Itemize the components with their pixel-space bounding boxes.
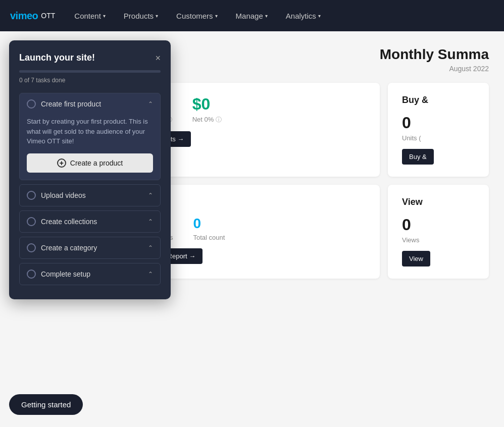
- create-product-button[interactable]: + Create a product: [27, 153, 153, 173]
- views-value: 0: [402, 216, 475, 234]
- nav-content[interactable]: Content ▾: [65, 0, 115, 31]
- task-header-create-category[interactable]: Create a category ⌃: [20, 237, 160, 258]
- chevron-down-icon: ▾: [215, 13, 218, 19]
- units-value: 0: [402, 114, 475, 132]
- progress-label: 0 of 7 tasks done: [19, 77, 161, 84]
- launch-header: Launch your site! ×: [19, 52, 161, 63]
- task-item-create-collections: Create collections ⌃: [19, 210, 161, 233]
- net-label: Net 0% ⓘ: [192, 116, 222, 124]
- summary-date: August 2022: [121, 65, 489, 73]
- task-header-upload-videos[interactable]: Upload videos ⌃: [20, 185, 160, 206]
- chevron-up-icon: ⌃: [148, 218, 153, 225]
- getting-started-button[interactable]: Getting started: [9, 394, 83, 415]
- views-label: Views: [402, 236, 475, 244]
- task-circle-create-category: [27, 243, 36, 252]
- progress-bar-bg: [19, 70, 161, 73]
- task-item-create-product: Create first product ⌃ Start by creating…: [19, 93, 161, 180]
- task-label-complete-setup: Complete setup: [41, 270, 90, 278]
- chevron-down-icon: ▾: [318, 13, 321, 19]
- task-item-upload-videos: Upload videos ⌃: [19, 184, 161, 206]
- close-button[interactable]: ×: [155, 54, 161, 63]
- main-area: Monthly Summa August 2022 $0 Expenses ⓘ …: [0, 31, 504, 427]
- task-circle-create-collections: [27, 217, 36, 226]
- navbar: vimeo OTT Content ▾ Products ▾ Customers…: [0, 0, 504, 31]
- viewers-card: View 0 Views View: [388, 185, 489, 279]
- task-circle-complete-setup: [27, 270, 36, 279]
- chevron-down-icon: ▾: [103, 13, 106, 19]
- chevron-down-icon: ▾: [156, 13, 158, 19]
- total-count-label: Total count: [193, 234, 225, 241]
- nav-customers[interactable]: Customers ▾: [167, 0, 227, 31]
- launch-panel: Launch your site! × 0 of 7 tasks done Cr…: [9, 40, 171, 299]
- buy-button[interactable]: Buy &: [402, 149, 434, 165]
- chevron-up-icon: ⌃: [148, 192, 153, 199]
- view-button[interactable]: View: [402, 251, 430, 266]
- task-item-create-category: Create a category ⌃: [19, 237, 161, 259]
- task-header-complete-setup[interactable]: Complete setup ⌃: [20, 263, 160, 285]
- task-label-create-category: Create a category: [41, 244, 97, 252]
- task-header-create-collections[interactable]: Create collections ⌃: [20, 211, 160, 232]
- revenue-row: $0 Expenses ⓘ $0 Net 0% ⓘ Stat: [121, 83, 489, 177]
- chevron-up-icon: ⌃: [148, 100, 153, 108]
- chevron-up-icon: ⌃: [148, 244, 153, 251]
- task-label-create-product: Create first product: [41, 100, 101, 108]
- viewers-title: View: [402, 197, 475, 207]
- page-title: Monthly Summa: [121, 46, 489, 63]
- units-label: Units (: [402, 134, 475, 142]
- net-value: $0: [192, 95, 222, 114]
- buy-card-title: Buy &: [402, 95, 475, 105]
- members-row: bers 0 Free Trialists 0 Total count View…: [121, 185, 489, 279]
- nav-manage[interactable]: Manage ▾: [227, 0, 277, 31]
- nav-analytics[interactable]: Analytics ▾: [277, 0, 330, 31]
- vimeo-logo: vimeo: [10, 10, 38, 22]
- task-circle-upload-videos: [27, 191, 36, 200]
- task-item-complete-setup: Complete setup ⌃: [19, 263, 161, 285]
- total-count-value: 0: [193, 216, 225, 232]
- task-circle-create-product: [27, 99, 36, 109]
- summary-header: Monthly Summa August 2022: [121, 46, 489, 73]
- chevron-down-icon: ▾: [265, 13, 268, 19]
- brand-logo[interactable]: vimeo OTT: [10, 10, 55, 22]
- ott-label: OTT: [41, 12, 55, 20]
- chevron-up-icon: ⌃: [148, 271, 153, 278]
- buy-card: Buy & 0 Units ( Buy &: [388, 83, 489, 177]
- info-icon[interactable]: ⓘ: [216, 116, 222, 123]
- task-body-create-product: Start by creating your first product. Th…: [20, 115, 160, 180]
- total-count-metric: 0 Total count: [193, 216, 225, 241]
- launch-title: Launch your site!: [19, 52, 95, 63]
- plus-icon: +: [57, 158, 66, 168]
- nav-products[interactable]: Products ▾: [115, 0, 167, 31]
- task-label-create-collections: Create collections: [41, 218, 97, 226]
- task-description-create-product: Start by creating your first product. Th…: [27, 117, 153, 146]
- task-label-upload-videos: Upload videos: [41, 191, 86, 199]
- task-header-create-product[interactable]: Create first product ⌃: [20, 93, 160, 115]
